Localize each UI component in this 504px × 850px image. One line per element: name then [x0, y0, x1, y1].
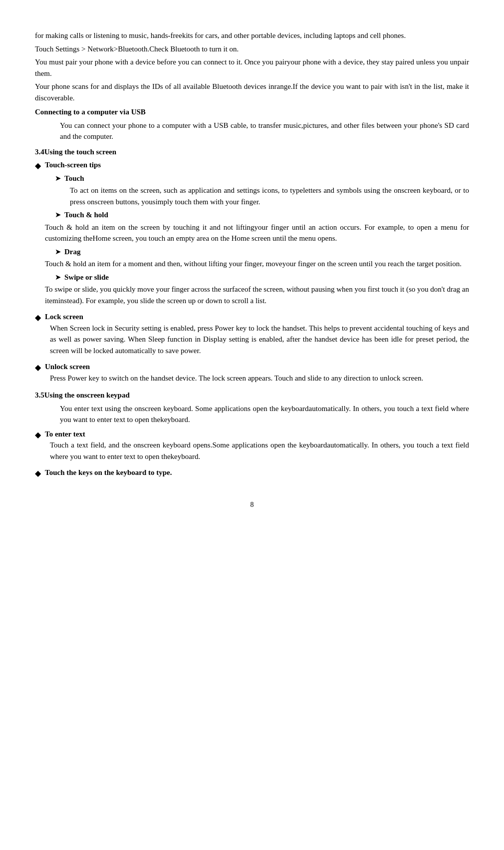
arrow-icon-drag: ➤	[55, 246, 61, 258]
drag-sub-content: Drag	[64, 246, 81, 258]
unlock-screen-label: Unlock screen	[45, 363, 90, 371]
swipe-para: To swipe or slide, you quickly move your…	[45, 284, 469, 306]
usb-para: You can connect your phone to a computer…	[35, 120, 469, 142]
touch-screen-heading: 3.4Using the touch screen	[35, 146, 469, 158]
arrow-icon-hold: ➤	[55, 209, 61, 221]
intro-line-4: Your phone scans for and displays the ID…	[35, 81, 469, 103]
lock-screen-label: Lock screen	[45, 313, 83, 321]
usb-heading: Connecting to a computer via USB	[35, 106, 469, 118]
touch-label: Touch	[64, 174, 84, 182]
swipe-label: Swipe or slide	[64, 273, 109, 281]
onscreen-keypad-para: You enter text using the onscreen keyboa…	[35, 403, 469, 425]
diamond-icon-4: ◆	[35, 429, 41, 441]
page-number: 8	[35, 499, 469, 510]
arrow-icon-swipe: ➤	[55, 272, 61, 283]
enter-text-para: Touch a text field, and the onscreen key…	[45, 439, 469, 462]
touch-tips-label: Touch-screen tips	[45, 161, 101, 169]
touch-hold-sub-content: Touch & hold	[64, 209, 108, 221]
touch-tips-bullet: ◆ Touch-screen tips ➤ Touch To act on it…	[35, 159, 469, 308]
diamond-icon-1: ◆	[35, 160, 41, 172]
intro-line-3: You must pair your phone with a device b…	[35, 56, 469, 79]
swipe-sub-bullet: ➤ Swipe or slide	[45, 272, 469, 283]
enter-text-bullet: ◆ To enter text Touch a text field, and …	[35, 428, 469, 464]
touch-hold-sub-bullet: ➤ Touch & hold	[45, 209, 469, 221]
swipe-sub-content: Swipe or slide	[64, 272, 109, 283]
touch-hold-para: Touch & hold an item on the screen by to…	[45, 222, 469, 244]
touch-sub-bullet: ➤ Touch	[45, 173, 469, 184]
content-area: for making calls or listening to music, …	[35, 30, 469, 510]
drag-sub-bullet: ➤ Drag	[45, 246, 469, 258]
unlock-screen-bullet: ◆ Unlock screen Press Power key to switc…	[35, 361, 469, 386]
unlock-screen-para: Press Power key to switch on the handset…	[45, 373, 469, 384]
unlock-screen-content: Unlock screen Press Power key to switch …	[45, 361, 469, 386]
touch-tips-content: Touch-screen tips ➤ Touch To act on item…	[45, 159, 469, 308]
lock-screen-para: When Screen lock in Security setting is …	[45, 323, 469, 357]
touch-keys-content: Touch the keys on the keyboard to type.	[45, 467, 469, 478]
enter-text-content: To enter text Touch a text field, and th…	[45, 428, 469, 464]
diamond-icon-2: ◆	[35, 312, 41, 324]
drag-para: Touch & hold an item for a moment and th…	[45, 258, 469, 270]
diamond-icon-5: ◆	[35, 467, 41, 479]
drag-label: Drag	[64, 248, 81, 256]
touch-hold-label: Touch & hold	[64, 211, 108, 219]
onscreen-keypad-heading: 3.5Using the onscreen keypad	[35, 390, 469, 401]
lock-screen-content: Lock screen When Screen lock in Security…	[45, 311, 469, 358]
intro-line-2: Touch Settings > Network>Bluetooth.Check…	[35, 43, 469, 55]
touch-sub-content: Touch	[64, 173, 84, 184]
touch-keys-bullet: ◆ Touch the keys on the keyboard to type…	[35, 467, 469, 479]
touch-keys-label: Touch the keys on the keyboard to type.	[45, 468, 172, 476]
arrow-icon-touch: ➤	[55, 173, 61, 184]
touch-para: To act on items on the screen, such as a…	[45, 185, 469, 207]
enter-text-label: To enter text	[45, 430, 85, 438]
lock-screen-bullet: ◆ Lock screen When Screen lock in Securi…	[35, 311, 469, 358]
diamond-icon-3: ◆	[35, 362, 41, 374]
intro-line-1: for making calls or listening to music, …	[35, 30, 469, 41]
